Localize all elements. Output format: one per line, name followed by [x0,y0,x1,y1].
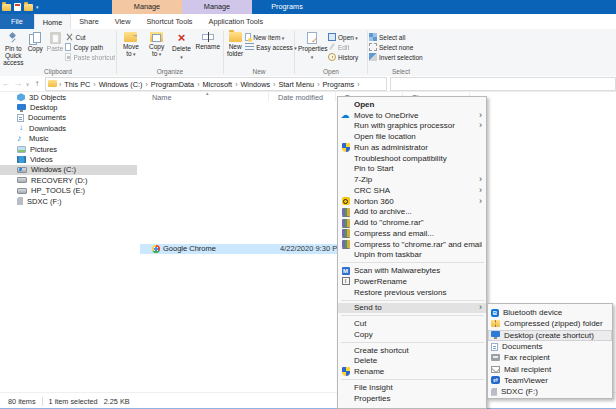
breadcrumb-windows[interactable]: Windows [238,80,272,89]
breadcrumb-programs[interactable]: Programs [320,80,356,89]
sidebar-item-3d-objects[interactable]: 3D Objects [0,92,137,102]
copy-button[interactable]: Copy [26,30,45,52]
sidebar-item-downloads[interactable]: Downloads [0,123,137,133]
manage-tab-shortcut-tools[interactable]: Manage [112,0,182,14]
context-menu-item-run-with-graphics-processor[interactable]: Run with graphics processor [338,121,486,132]
properties-button[interactable]: Properties [296,30,328,60]
context-menu-item-crc-sha[interactable]: CRC SHA [338,185,486,196]
send-to-item-bluetooth-device[interactable]: Bluetooth device [488,307,612,318]
tab-view[interactable]: View [107,14,139,29]
history-button[interactable]: History [328,53,358,61]
move-to-button[interactable]: Move to [118,30,144,58]
sidebar-item-sdxc-f[interactable]: SDXC (F:) [0,196,137,206]
copy-to-button[interactable]: Copy to [144,30,170,58]
address-bar[interactable]: ›This PC›Windows (C:)›ProgramData›Micros… [45,77,387,91]
context-menu-item-scan-with-malwarebytes[interactable]: Scan with Malwarebytes [338,265,486,276]
send-to-item-documents[interactable]: Documents [488,341,612,352]
column-header-name[interactable]: Name [152,93,171,102]
context-menu-item-create-shortcut[interactable]: Create shortcut [338,345,486,356]
context-menu-item-compress-to-chrome-rar-and-email[interactable]: Compress to "chrome.rar" and email [338,239,486,250]
context-menu-item-delete[interactable]: Delete [338,356,486,367]
sidebar-item-desktop[interactable]: Desktop [0,102,137,112]
easy-access-label: Easy access [256,44,296,51]
menu-separator [341,379,484,380]
sidebar-item-pictures[interactable]: Pictures [0,144,137,154]
paste-shortcut-button[interactable]: Paste shortcut [65,53,115,61]
breadcrumb-windows-c-[interactable]: Windows (C:) [97,80,145,89]
context-menu-item-norton-360[interactable]: Norton 360 [338,196,486,207]
context-menu-item-add-to-chrome-rar[interactable]: Add to "chrome.rar" [338,217,486,228]
send-to-item-fax-recipient[interactable]: Fax recipient [488,352,612,363]
app-icon [2,4,11,11]
column-header-date-modified[interactable]: Date modified [278,93,323,102]
context-menu-item-open[interactable]: Open [338,99,486,110]
breadcrumb-programdata[interactable]: ProgramData [149,80,196,89]
context-menu-item-run-as-administrator[interactable]: Run as administrator [338,142,486,153]
context-menu-item-restore-previous-versions[interactable]: Restore previous versions [338,287,486,298]
forward-button[interactable] [12,79,24,88]
rename-button[interactable]: Rename [193,30,222,50]
context-menu-item-powerrename[interactable]: PowerRename [338,276,486,287]
cut-button[interactable]: Cut [65,33,115,41]
select-none-button[interactable]: Select none [369,43,423,51]
context-menu-item-add-to-archive[interactable]: Add to archive... [338,207,486,218]
sidebar-item-documents[interactable]: Documents [0,113,137,123]
search-box[interactable] [390,77,616,91]
context-menu-item-properties[interactable]: Properties [338,393,486,404]
delete-button[interactable]: Delete [169,30,193,60]
send-to-item-teamviewer[interactable]: TeamViewer [488,375,612,386]
context-menu-item-send-to[interactable]: Send to [338,303,486,314]
recent-locations-button[interactable] [24,81,31,87]
new-item-button[interactable]: New item [245,33,296,41]
back-button[interactable] [0,79,12,88]
send-to-item-mail-recipient[interactable]: Mail recipient [488,363,612,374]
sidebar-item-windows-c[interactable]: Windows (C:) [0,165,137,175]
pin-to-quick-access-button[interactable]: Pin to Quick access [1,30,26,66]
breadcrumb-microsoft[interactable]: Microsoft [201,80,235,89]
sidebar-item-music[interactable]: Music [0,134,137,144]
context-menu-item-7-zip[interactable]: 7-Zip [338,174,486,185]
qat-properties-icon[interactable] [14,3,21,11]
context-menu-item-pin-to-start[interactable]: Pin to Start [338,164,486,175]
copy-path-button[interactable]: Copy path [65,43,115,51]
sidebar-item-hp-tools-e[interactable]: HP_TOOLS (E:) [0,186,137,196]
send-to-item-desktop-create-shortcut[interactable]: Desktop (create shortcut) [488,330,612,341]
context-menu-item-troubleshoot-compatibility[interactable]: Troubleshoot compatibility [338,153,486,164]
menu-item-label: Norton 360 [354,197,475,206]
tab-file[interactable]: File [0,14,34,29]
sidebar-item-label: 3D Objects [29,93,66,102]
select-all-button[interactable]: Select all [369,33,423,41]
send-to-item-sdxc-f[interactable]: SDXC (F:) [488,386,612,397]
breadcrumb-this-pc[interactable]: This PC [62,80,92,89]
winrar-icon [342,208,350,216]
invert-selection-button[interactable]: Invert selection [369,53,423,61]
drive-icon [17,188,27,194]
sidebar-item-recovery-d[interactable]: RECOVERY (D:) [0,175,137,185]
sidebar-item-videos[interactable]: Videos [0,154,137,164]
up-button[interactable] [31,79,43,88]
easy-access-button[interactable]: Easy access [245,43,296,51]
context-menu-item-open-file-location[interactable]: Open file location [338,131,486,142]
tab-share[interactable]: Share [71,14,106,29]
manage-tab-application-tools[interactable]: Manage [182,0,252,14]
context-menu-item-file-insight[interactable]: File Insight [338,382,486,393]
send-to-item-compressed-zipped-folder[interactable]: Compressed (zipped) folder [488,318,612,329]
context-menu-item-move-to-onedrive[interactable]: Move to OneDrive [338,110,486,121]
context-menu-item-cut[interactable]: Cut [338,318,486,329]
window-title: Programs [252,0,322,14]
open-button[interactable]: Open [328,33,358,41]
send-to-item-label: Compressed (zipped) folder [504,319,603,328]
context-menu-item-unpin-from-taskbar[interactable]: Unpin from taskbar [338,250,486,261]
tab-home[interactable]: Home [34,14,71,29]
context-menu-item-rename[interactable]: Rename [338,366,486,377]
qat-new-folder-icon[interactable] [24,4,33,11]
context-menu-item-compress-and-email[interactable]: Compress and email... [338,228,486,239]
paste-button[interactable]: Paste [45,30,66,52]
breadcrumb-start-menu[interactable]: Start Menu [276,80,316,89]
tab-shortcut-tools[interactable]: Shortcut Tools [138,14,200,29]
qat-dropdown-icon[interactable]: ▾ [36,1,39,13]
context-menu-item-copy[interactable]: Copy [338,329,486,340]
edit-button[interactable]: Edit [328,43,358,51]
new-folder-button[interactable]: New folder [225,30,245,57]
tab-application-tools[interactable]: Application Tools [201,14,272,29]
